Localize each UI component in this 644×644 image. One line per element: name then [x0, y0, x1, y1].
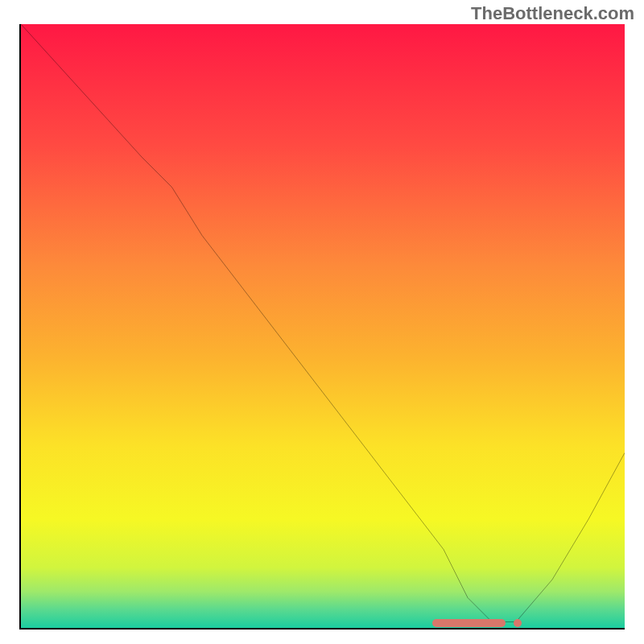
watermark-text: TheBottleneck.com — [471, 3, 634, 24]
chart-curve — [21, 24, 625, 628]
chart-plot-area — [19, 24, 625, 630]
optimal-range-marker — [432, 619, 505, 627]
